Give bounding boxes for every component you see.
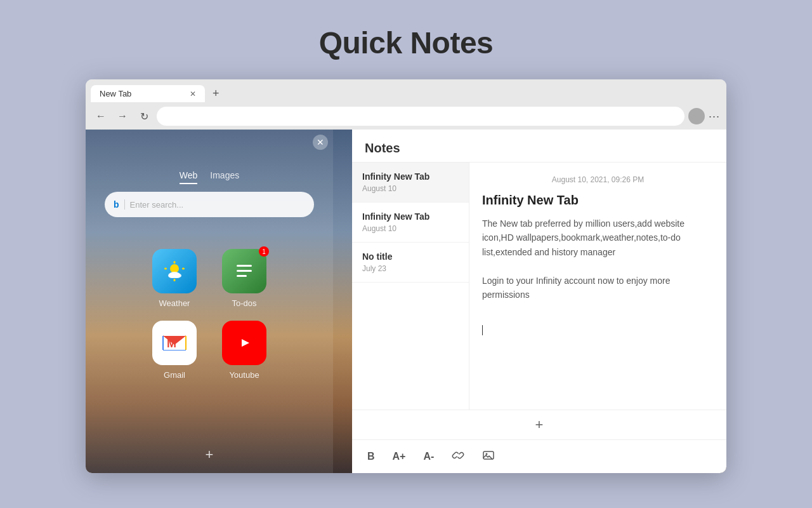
weather-svg xyxy=(163,260,186,283)
note-paragraph-2: Login to your Infinity account now to en… xyxy=(482,276,671,300)
note-list-title-2: No title xyxy=(362,251,459,262)
image-icon xyxy=(482,449,495,462)
search-tabs: Web Images xyxy=(180,168,239,184)
note-paragraph-1: The New tab preferred by million users,a… xyxy=(482,218,684,257)
overlay-add-btn[interactable]: + xyxy=(206,446,214,463)
search-placeholder: Enter search... xyxy=(130,200,184,210)
note-list-title-1: Infinity New Tab xyxy=(362,211,459,222)
browser-content: ✕ Web Images b Enter search... xyxy=(86,130,726,473)
address-bar[interactable] xyxy=(157,107,684,126)
app-overlay: ✕ Web Images b Enter search... xyxy=(86,130,333,473)
note-detail-title: Infinity New Tab xyxy=(482,193,714,208)
image-btn[interactable] xyxy=(480,446,497,467)
svg-rect-9 xyxy=(237,270,252,272)
svg-rect-10 xyxy=(237,275,247,277)
browser-tab-active[interactable]: New Tab ✕ xyxy=(91,85,205,102)
app-item-weather[interactable]: Weather xyxy=(152,249,197,308)
svg-text:M: M xyxy=(167,337,176,350)
search-divider xyxy=(124,199,125,210)
search-tab-images[interactable]: Images xyxy=(210,168,239,184)
notes-body: Infinity New Tab August 10 Infinity New … xyxy=(352,163,726,410)
todos-label: To-dos xyxy=(232,298,256,308)
decrease-font-btn[interactable]: A- xyxy=(421,448,436,465)
svg-rect-1 xyxy=(174,261,176,264)
note-list-date-1: August 10 xyxy=(362,224,459,233)
search-tab-web[interactable]: Web xyxy=(180,168,198,184)
note-toolbar: B A+ A- xyxy=(352,439,726,473)
todos-svg xyxy=(233,260,256,283)
text-cursor xyxy=(482,325,483,335)
note-list-date-2: July 23 xyxy=(362,264,459,273)
avatar xyxy=(688,108,705,124)
note-body-text[interactable]: The New tab preferred by million users,a… xyxy=(482,217,714,397)
svg-point-7 xyxy=(173,273,181,278)
search-box[interactable]: b Enter search... xyxy=(105,192,314,217)
weather-label: Weather xyxy=(159,298,190,308)
page-title: Quick Notes xyxy=(319,25,494,60)
gmail-icon-bg: M xyxy=(152,321,197,365)
note-list-date-0: August 10 xyxy=(362,184,459,193)
todos-icon-bg: 1 xyxy=(222,249,266,293)
note-timestamp: August 10, 2021, 09:26 PM xyxy=(482,175,714,184)
browser-menu-btn[interactable]: ··· xyxy=(709,110,720,123)
svg-rect-4 xyxy=(182,268,185,270)
notes-add-btn[interactable]: + xyxy=(535,417,544,433)
app-item-gmail[interactable]: M Gmail xyxy=(152,321,197,380)
note-list-item-2[interactable]: No title July 23 xyxy=(352,243,469,283)
note-list-title-0: Infinity New Tab xyxy=(362,171,459,182)
svg-rect-17 xyxy=(483,451,494,459)
increase-font-btn[interactable]: A+ xyxy=(390,448,409,465)
link-btn[interactable] xyxy=(449,446,467,467)
tab-close-btn[interactable]: ✕ xyxy=(190,90,196,98)
browser-window: New Tab ✕ + ← → ↻ ··· ✕ Web Images xyxy=(86,79,726,473)
svg-rect-8 xyxy=(237,265,252,267)
overlay-close-btn[interactable]: ✕ xyxy=(313,135,328,150)
new-tab-btn[interactable]: + xyxy=(207,84,225,103)
app-grid: Weather 1 To-dos xyxy=(152,249,266,380)
notes-panel: Notes Infinity New Tab August 10 Infinit… xyxy=(352,130,726,473)
svg-rect-3 xyxy=(164,268,167,270)
svg-rect-2 xyxy=(174,279,176,281)
youtube-icon-bg xyxy=(222,321,266,365)
gmail-label: Gmail xyxy=(164,370,185,380)
tab-bar: New Tab ✕ + xyxy=(86,79,726,103)
nav-bar: ← → ↻ ··· xyxy=(86,103,726,130)
note-list-item-1[interactable]: Infinity New Tab August 10 xyxy=(352,203,469,243)
forward-btn[interactable]: → xyxy=(114,107,131,125)
bing-logo: b xyxy=(114,199,119,210)
reload-btn[interactable]: ↻ xyxy=(135,107,153,125)
gmail-svg: M xyxy=(162,333,187,352)
youtube-label: Youtube xyxy=(229,370,259,380)
browser-chrome: New Tab ✕ + ← → ↻ ··· xyxy=(86,79,726,130)
notes-footer: + xyxy=(352,410,726,439)
notes-header: Notes xyxy=(352,130,726,163)
tab-label: New Tab xyxy=(100,89,131,98)
weather-icon-bg xyxy=(152,249,197,293)
note-list-item-0[interactable]: Infinity New Tab August 10 xyxy=(352,163,469,203)
app-item-todos[interactable]: 1 To-dos xyxy=(222,249,266,308)
bold-btn[interactable]: B xyxy=(365,448,377,465)
notes-list: Infinity New Tab August 10 Infinity New … xyxy=(352,163,469,410)
todos-badge: 1 xyxy=(259,246,269,257)
link-icon xyxy=(452,449,464,462)
back-btn[interactable]: ← xyxy=(92,107,110,125)
note-detail: August 10, 2021, 09:26 PM Infinity New T… xyxy=(469,163,726,410)
app-item-youtube[interactable]: Youtube xyxy=(222,321,266,380)
svg-point-0 xyxy=(170,264,179,273)
search-area: Web Images b Enter search... xyxy=(105,168,314,217)
youtube-svg xyxy=(232,334,257,352)
svg-point-18 xyxy=(486,453,488,455)
